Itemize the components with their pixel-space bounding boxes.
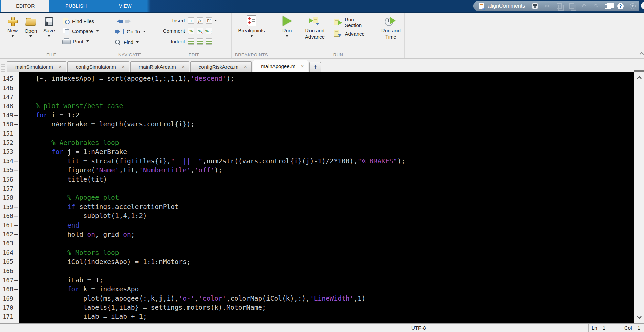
print-button[interactable]: Print (62, 36, 99, 46)
smart-indent-icon[interactable] (188, 38, 194, 45)
line-number-row[interactable]: 169– (0, 294, 19, 303)
line-number-row[interactable]: 155– (0, 166, 19, 175)
line-number-row[interactable]: 171– (0, 312, 19, 321)
go-to-button[interactable]: Go To (115, 26, 156, 37)
line-number-row[interactable]: 151 (0, 129, 19, 138)
switch-windows-icon[interactable] (604, 2, 613, 10)
breakpoint-dash[interactable]: – (13, 286, 19, 293)
insert-ff-icon[interactable]: Ff (206, 17, 212, 24)
run-and-time-button[interactable]: Run and Time (378, 15, 404, 58)
code-line-154[interactable]: tit = strcat(figTitles{i}," || ",num2str… (19, 157, 634, 166)
line-number-row[interactable]: 153– (0, 147, 19, 157)
help-icon[interactable]: ? (616, 2, 625, 10)
code-line-167[interactable]: iLab = 1; (19, 276, 634, 285)
code-line-151[interactable] (19, 129, 634, 138)
breakpoint-dash[interactable]: – (13, 222, 19, 229)
line-number-row[interactable]: 146 (0, 83, 19, 92)
breakpoints-dropdown-caret[interactable] (250, 35, 253, 38)
code-line-171[interactable]: iLab = iLab + 1; (19, 312, 634, 321)
insert-section-icon[interactable]: + (188, 17, 194, 24)
window-edge-button[interactable] (641, 2, 644, 9)
comment-add-icon[interactable]: % (188, 28, 194, 34)
line-number-row[interactable]: 167– (0, 276, 19, 285)
line-number-row[interactable]: 159– (0, 202, 19, 211)
breakpoint-dash[interactable]: – (13, 167, 19, 173)
line-number-row[interactable]: 158 (0, 193, 19, 202)
breakpoint-dash[interactable]: – (13, 304, 19, 311)
code-line-158[interactable]: % Apogee plot (19, 193, 634, 202)
code-line-147[interactable] (19, 92, 634, 101)
file-tab-mainSimulator.m[interactable]: mainSimulator.m× (7, 61, 66, 72)
vertical-scrollbar[interactable] (634, 72, 644, 323)
shift-right-icon[interactable] (206, 38, 212, 45)
breakpoint-dash[interactable]: – (13, 213, 19, 219)
code-line-164[interactable]: % Motors loop (19, 248, 634, 257)
line-number-row[interactable]: 162– (0, 230, 19, 239)
line-number-row[interactable]: 156– (0, 175, 19, 184)
find-dropdown-caret[interactable] (136, 41, 139, 44)
insert-dropdown-caret[interactable] (214, 20, 217, 23)
line-number-row[interactable]: 147 (0, 92, 19, 101)
code-line-146[interactable] (19, 83, 634, 92)
code-line-145[interactable]: [~, indexesApo] = sort(apogee(1,:,1,1),'… (19, 74, 634, 83)
file-tab-mainRiskArea.m[interactable]: mainRiskArea.m× (130, 61, 189, 72)
ribbon-tab-editor[interactable]: EDITOR (1, 0, 49, 12)
close-tab-icon[interactable]: × (301, 64, 304, 69)
file-tab-configRiskArea.m[interactable]: configRiskArea.m× (190, 61, 252, 72)
ribbon-tab-publish[interactable]: PUBLISH (49, 0, 103, 12)
breakpoint-dash[interactable]: – (13, 148, 19, 155)
new-button[interactable]: New (3, 15, 22, 58)
find-button[interactable]: Find (115, 37, 156, 47)
ribbon-tab-view[interactable]: VIEW (103, 0, 148, 12)
line-number-row[interactable]: 168– (0, 285, 19, 294)
code-line-163[interactable] (19, 239, 634, 248)
code-line-165[interactable]: iCol(indexesApo) = 1:1:nMotors; (19, 257, 634, 266)
find-files-button[interactable]: Find Files (62, 16, 99, 26)
breakpoint-dash[interactable]: – (13, 258, 19, 265)
code-line-169[interactable]: plot(ms,apogee(:,k,j,i),'o-','color',col… (19, 294, 634, 303)
save-dropdown-caret[interactable] (48, 35, 50, 38)
back-icon[interactable] (115, 19, 123, 24)
breakpoint-dash[interactable]: – (13, 231, 19, 238)
line-number-row[interactable]: 148 (0, 101, 19, 111)
breakpoints-button[interactable]: Breakpoints (235, 13, 269, 58)
save-button[interactable]: Save (40, 15, 58, 58)
code-line-153[interactable]: for j = 1:nAerBrake (19, 147, 634, 157)
code-line-150[interactable]: nAerBrake = length(vars.control{i}); (19, 120, 634, 129)
breakpoint-dash[interactable]: – (13, 313, 19, 320)
tab-overflow-grip[interactable] (1, 62, 5, 72)
run-and-advance-button[interactable]: Run and Advance (301, 15, 328, 58)
shift-left-icon[interactable] (197, 38, 203, 45)
compare-button[interactable]: Compare (62, 26, 99, 36)
breakpoint-dash[interactable]: – (13, 75, 19, 82)
close-tab-icon[interactable]: × (244, 65, 247, 69)
compare-dropdown-caret[interactable] (96, 30, 99, 33)
scroll-up-arrow-icon[interactable] (637, 76, 642, 81)
run-dropdown-caret[interactable] (286, 35, 288, 38)
wrap-comment-icon[interactable]: %→ (206, 28, 212, 34)
print-dropdown-caret[interactable] (86, 40, 89, 43)
breakpoint-dash[interactable]: – (13, 204, 19, 210)
line-number-row[interactable]: 161– (0, 221, 19, 230)
dropdown-icon[interactable]: ▼ (628, 2, 637, 10)
file-tab-configSimulator.m[interactable]: configSimulator.m× (67, 61, 129, 72)
line-number-row[interactable]: 170– (0, 303, 19, 312)
code-line-172[interactable]: end (19, 322, 634, 323)
code-line-170[interactable]: labels{1,iLab} = settings.motors(k).Moto… (19, 303, 634, 312)
code-line-166[interactable] (19, 266, 634, 276)
code-line-156[interactable]: title(tit) (19, 175, 634, 184)
code-lines[interactable]: [~, indexesApo] = sort(apogee(1,:,1,1),'… (19, 74, 634, 323)
line-number-row[interactable]: 165– (0, 257, 19, 266)
code-line-148[interactable]: % plot worst/best case (19, 101, 634, 111)
insert-function-icon[interactable]: fx (197, 17, 203, 24)
code-line-152[interactable]: % Aerobrakes loop (19, 138, 634, 147)
code-editor[interactable]: 145–146147148149–150–151152153–154–155–1… (0, 72, 644, 323)
code-line-159[interactable]: if settings.accelerationPlot (19, 202, 634, 211)
code-pane[interactable]: [~, indexesApo] = sort(apogee(1,:,1,1),'… (19, 72, 634, 323)
line-number-row[interactable]: 160– (0, 211, 19, 220)
breakpoint-dash[interactable]: – (13, 295, 19, 302)
fold-marker-line-149[interactable]: – (27, 113, 31, 117)
line-number-row[interactable]: 163 (0, 239, 19, 248)
open-button[interactable]: Open (22, 15, 40, 58)
advance-button[interactable]: Advance (334, 29, 372, 39)
